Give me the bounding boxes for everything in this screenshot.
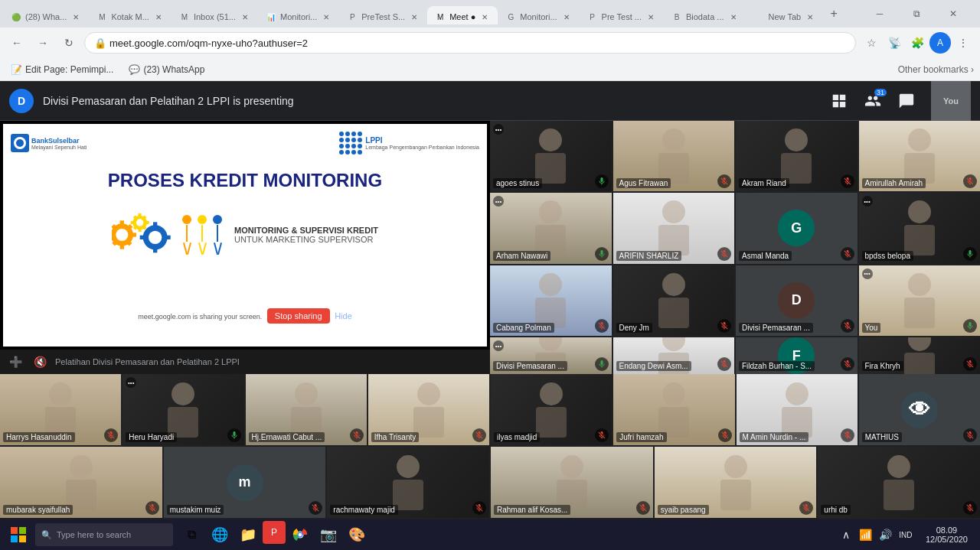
participant-tile[interactable]: agoes stinus••• (490, 121, 612, 191)
red-app[interactable]: P (263, 521, 286, 544)
participant-tile[interactable]: Rahman alif Kosas... (491, 447, 653, 518)
tab-close-button[interactable]: ✕ (479, 11, 490, 22)
start-button[interactable] (3, 521, 34, 548)
extensions-icon[interactable]: 🧩 (906, 32, 928, 54)
restore-button[interactable]: ⧉ (899, 0, 934, 28)
new-tab-button[interactable]: + (823, 3, 844, 24)
tab-t5[interactable]: P PreTest S... ✕ (339, 6, 427, 24)
participant-tile[interactable]: Fira Khryh (859, 337, 981, 374)
tab-close-button[interactable]: ✕ (805, 11, 815, 22)
participant-tile[interactable]: ARIFIN SHARLIZ (613, 193, 735, 263)
participant-tile[interactable]: DDivisi Pemasaran ... (736, 265, 858, 336)
more-options[interactable]: ••• (493, 124, 504, 135)
tray-arrow[interactable]: ∧ (837, 526, 855, 544)
participant-name-label: Fildzah Burhan - S... (739, 361, 815, 371)
participant-tile[interactable]: urhi db (818, 447, 980, 518)
participant-tile[interactable]: GAsmal Manda (736, 193, 858, 263)
taskbar-search[interactable]: 🔍 Type here to search (35, 523, 173, 546)
participant-tile[interactable]: Akram Riand (736, 121, 858, 191)
hide-button[interactable]: Hide (335, 311, 352, 321)
chrome-app[interactable] (286, 521, 314, 548)
more-options[interactable]: ••• (493, 196, 504, 207)
stop-sharing-button[interactable]: Stop sharing (267, 308, 330, 324)
tab-close-button[interactable]: ✕ (153, 11, 164, 22)
participant-name-label: syaib pasang (658, 505, 709, 515)
tab-label: (28) Wha... (25, 12, 67, 21)
participant-tile[interactable]: M Amin Nurdin - ... (737, 374, 858, 445)
bookmark-whatsapp[interactable]: 💬 (23) WhatsApp (124, 63, 209, 76)
participant-tile[interactable]: Endang Dewi Asm... (613, 337, 735, 374)
participant-tile[interactable]: 👁MATHIUS (859, 374, 980, 445)
color-app[interactable]: 🎨 (343, 521, 371, 548)
participant-tile[interactable]: syaib pasang (655, 447, 817, 518)
tab-close-button[interactable]: ✕ (561, 11, 572, 22)
tab-t4[interactable]: 📊 Monitori... ✕ (258, 6, 339, 24)
participant-tile[interactable]: ilyas madjid (491, 374, 612, 445)
bookmark-edit-page[interactable]: 📝 Edit Page: Pemimpi... (6, 63, 118, 76)
cast-icon[interactable]: 📡 (884, 32, 905, 54)
more-options[interactable]: ••• (493, 340, 504, 351)
participant-tile[interactable]: Divisi Pemasaran ...••• (490, 337, 612, 374)
tab-close-button[interactable]: ✕ (240, 11, 250, 22)
network-icon[interactable]: 📶 (857, 526, 875, 544)
edge-app[interactable]: 🌐 (206, 521, 234, 548)
back-button[interactable]: ← (6, 32, 28, 54)
participant-tile[interactable]: Ifha Trisanty (368, 374, 489, 445)
participant-tile[interactable]: You••• (859, 265, 981, 336)
participant-tile[interactable]: Heru Haryadi••• (122, 374, 243, 445)
participant-name-label: Hj.Ernawati Cabut ... (249, 432, 325, 442)
participant-tile[interactable]: rachmawaty majid (327, 447, 489, 518)
tab-t3[interactable]: M Inbox (51... ✕ (172, 6, 258, 24)
tab-close-button[interactable]: ✕ (645, 11, 656, 22)
lppi-name: LPPI (365, 136, 479, 145)
tab-t2[interactable]: M Kotak M... ✕ (89, 6, 172, 24)
tab-close-button[interactable]: ✕ (321, 11, 332, 22)
file-explorer-app[interactable]: 📁 (234, 521, 262, 548)
more-options[interactable]: ••• (862, 196, 873, 207)
more-options[interactable]: ••• (126, 377, 136, 388)
participant-tile[interactable]: Jufri hamzah (613, 374, 734, 445)
camera-app[interactable]: 📷 (315, 521, 342, 548)
participant-tile[interactable]: FFildzah Burhan - S... (736, 337, 858, 374)
tab-t8[interactable]: P Pre Test ... ✕ (580, 6, 664, 24)
participant-tile[interactable]: Hj.Ernawati Cabut ... (246, 374, 367, 445)
tab-t10[interactable]: New Tab ✕ (746, 6, 824, 24)
chat-button[interactable] (891, 86, 922, 116)
close-button[interactable]: ✕ (936, 0, 971, 28)
tab-t1[interactable]: 🟢 (28) Wha... ✕ (3, 6, 89, 24)
minimize-button[interactable]: ─ (862, 0, 897, 28)
tab-close-button[interactable]: ✕ (728, 11, 739, 22)
participant-tile[interactable]: Deny Jm (613, 265, 735, 336)
participant-tile[interactable]: Cabang Polman (490, 265, 612, 336)
volume-icon[interactable]: 🔊 (877, 526, 895, 544)
svg-rect-4 (130, 233, 136, 236)
participant-tile[interactable]: Amirullah Amirah (859, 121, 981, 191)
tab-t6[interactable]: M Meet ● ✕ (427, 6, 498, 24)
menu-icon[interactable]: ⋮ (952, 32, 974, 54)
participant-tile[interactable]: Arham Nawawi••• (490, 193, 612, 263)
tab-close-button[interactable]: ✕ (409, 11, 420, 22)
participant-tile[interactable]: mmustakim muiz (164, 447, 326, 518)
task-view-button[interactable]: ⧉ (178, 521, 205, 548)
participant-tile[interactable]: Agus Fitrawan (613, 121, 735, 191)
participant-tile[interactable]: bpdss belopa••• (859, 193, 981, 263)
participant-tile[interactable]: Harrys Hasanuddin (0, 374, 121, 445)
more-options[interactable]: ••• (862, 268, 873, 279)
address-bar[interactable]: 🔒 meet.google.com/oqm-nyxe-uho?authuser=… (84, 32, 856, 54)
mute-indicator (717, 357, 731, 371)
clock[interactable]: 08.09 12/05/2020 (916, 526, 977, 544)
reload-button[interactable]: ↻ (58, 32, 80, 54)
forward-button[interactable]: → (32, 32, 54, 54)
tab-t7[interactable]: G Monitori... ✕ (498, 6, 579, 24)
participant-tile[interactable]: mubarak syaifullah (0, 447, 162, 518)
language-indicator[interactable]: IND (897, 526, 915, 544)
tab-close-button[interactable]: ✕ (70, 11, 81, 22)
profile-icon[interactable]: A (929, 32, 951, 54)
participants-button[interactable]: 31 (858, 86, 888, 116)
grid-view-button[interactable] (824, 86, 854, 116)
mute-pres-button[interactable]: 🔇 (31, 353, 49, 371)
add-button[interactable]: ➕ (6, 353, 24, 371)
bank-logo: BankSulselbar Melayani Sepenuh Hati (11, 134, 87, 152)
bookmark-star-icon[interactable]: ☆ (861, 32, 882, 54)
tab-t9[interactable]: B Biodata ... ✕ (664, 6, 746, 24)
